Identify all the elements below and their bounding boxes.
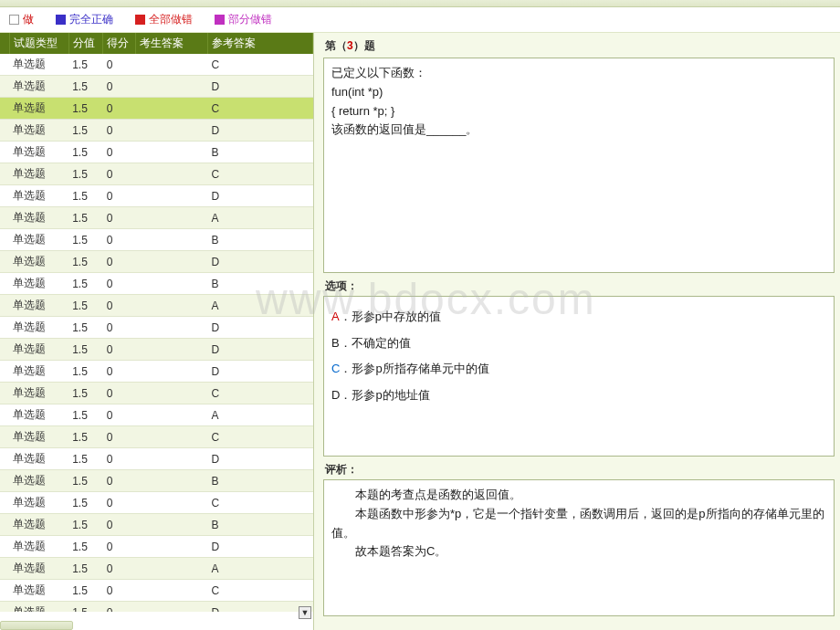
col-header[interactable]: 考生答案: [135, 33, 207, 54]
table-cell: [0, 558, 9, 580]
table-cell: 1.5: [68, 492, 103, 514]
table-cell: A: [208, 295, 313, 317]
table-row[interactable]: 单选题1.50B: [0, 470, 313, 492]
question-header-suffix: ）题: [353, 39, 375, 52]
legend-item: 全部做错: [135, 12, 193, 27]
option-line[interactable]: C．形参p所指存储单元中的值: [331, 356, 826, 383]
table-row[interactable]: 单选题1.50D: [0, 536, 313, 558]
table-row[interactable]: 单选题1.50A: [0, 404, 313, 426]
table-cell: [0, 98, 9, 120]
table-row[interactable]: 单选题1.50D: [0, 361, 313, 383]
table-cell: 单选题: [9, 163, 68, 185]
table-row[interactable]: 单选题1.50C: [0, 580, 313, 602]
table-row[interactable]: 单选题1.50A: [0, 207, 313, 229]
table-cell: 1.5: [68, 514, 103, 536]
analysis-box[interactable]: 本题的考查点是函数的返回值。本题函数中形参为*p，它是一个指针变量，函数调用后，…: [323, 479, 835, 616]
option-text: ．形参p中存放的值: [340, 310, 441, 323]
col-header[interactable]: [0, 33, 9, 54]
option-line[interactable]: A．形参p中存放的值: [331, 304, 826, 331]
table-cell: A: [208, 404, 313, 426]
table-cell: 1.5: [68, 251, 103, 273]
table-cell: 0: [103, 163, 136, 185]
table-cell: A: [208, 558, 313, 580]
table-cell: [0, 536, 9, 558]
table-row[interactable]: 单选题1.50B: [0, 273, 313, 295]
legend-text: 做: [23, 12, 34, 27]
table-cell: [0, 383, 9, 404]
table-row[interactable]: 单选题1.50D: [0, 448, 313, 470]
col-header[interactable]: 分值: [68, 33, 103, 54]
options-box[interactable]: A．形参p中存放的值B．不确定的值C．形参p所指存储单元中的值D．形参p的地址值: [323, 296, 835, 457]
table-row[interactable]: 单选题1.50D: [0, 251, 313, 273]
option-line[interactable]: B．不确定的值: [331, 331, 826, 357]
table-row[interactable]: 单选题1.50C: [0, 163, 313, 185]
question-list-panel: 试题类型分值得分考生答案参考答案 单选题1.50C单选题1.50D单选题1.50…: [0, 33, 314, 630]
table-cell: B: [208, 470, 313, 492]
dropdown-toggle-icon[interactable]: ▼: [299, 606, 311, 619]
table-cell: 1.5: [68, 142, 103, 163]
table-row[interactable]: 单选题1.50C: [0, 492, 313, 514]
option-label: B: [331, 336, 340, 350]
table-cell: [135, 339, 207, 361]
table-row[interactable]: 单选题1.50C: [0, 383, 313, 404]
table-row[interactable]: 单选题1.50D: [0, 185, 313, 207]
question-body-box[interactable]: 已定义以下函数：fun(int *p){ return *p; }该函数的返回值…: [323, 58, 835, 273]
table-cell: [0, 229, 9, 251]
table-cell: 0: [103, 404, 136, 426]
table-cell: B: [208, 273, 313, 295]
legend-swatch-icon: [135, 15, 145, 25]
table-cell: [0, 426, 9, 448]
table-cell: 1.5: [68, 120, 103, 142]
table-cell: D: [208, 339, 313, 361]
question-line: fun(int *p): [331, 83, 826, 102]
table-row[interactable]: 单选题1.50D: [0, 317, 313, 339]
table-cell: 单选题: [9, 76, 68, 98]
table-cell: 0: [103, 98, 136, 120]
option-text: ．形参p所指存储单元中的值: [340, 362, 488, 375]
table-row[interactable]: 单选题1.50D: [0, 120, 313, 142]
table-row[interactable]: 单选题1.50A: [0, 295, 313, 317]
table-cell: [135, 317, 207, 339]
table-cell: [0, 163, 9, 185]
table-cell: D: [208, 251, 313, 273]
question-line: 已定义以下函数：: [331, 64, 826, 83]
table-cell: 1.5: [68, 98, 103, 120]
question-list-scroll[interactable]: 试题类型分值得分考生答案参考答案 单选题1.50C单选题1.50D单选题1.50…: [0, 33, 313, 612]
table-cell: 1.5: [68, 339, 103, 361]
col-header[interactable]: 得分: [103, 33, 136, 54]
table-cell: 1.5: [68, 580, 103, 602]
legend-swatch-icon: [9, 15, 19, 25]
table-cell: [135, 492, 207, 514]
table-row[interactable]: 单选题1.50D: [0, 602, 313, 613]
table-cell: [135, 98, 207, 120]
table-row[interactable]: 单选题1.50B: [0, 142, 313, 163]
table-cell: 0: [103, 251, 136, 273]
table-row[interactable]: 单选题1.50D: [0, 339, 313, 361]
table-row[interactable]: 单选题1.50B: [0, 229, 313, 251]
table-cell: 单选题: [9, 448, 68, 470]
table-cell: D: [208, 185, 313, 207]
table-cell: 单选题: [9, 361, 68, 383]
table-row[interactable]: 单选题1.50A: [0, 558, 313, 580]
table-cell: [0, 251, 9, 273]
table-row[interactable]: 单选题1.50C: [0, 98, 313, 120]
table-cell: 1.5: [68, 558, 103, 580]
table-row[interactable]: 单选题1.50C: [0, 426, 313, 448]
table-cell: 单选题: [9, 185, 68, 207]
analysis-line: 本题的考查点是函数的返回值。: [331, 486, 826, 505]
table-cell: 单选题: [9, 317, 68, 339]
table-cell: 0: [103, 470, 136, 492]
option-line[interactable]: D．形参p的地址值: [331, 383, 826, 409]
taskbar-tab[interactable]: [0, 621, 73, 630]
table-row[interactable]: 单选题1.50B: [0, 514, 313, 536]
col-header[interactable]: 参考答案: [208, 33, 313, 54]
table-cell: 1.5: [68, 229, 103, 251]
col-header[interactable]: 试题类型: [9, 33, 68, 54]
table-row[interactable]: 单选题1.50D: [0, 76, 313, 98]
table-cell: 1.5: [68, 383, 103, 404]
legend-item: 做: [9, 12, 34, 27]
option-label: A: [331, 310, 340, 323]
table-cell: 1.5: [68, 536, 103, 558]
table-cell: 0: [103, 120, 136, 142]
table-row[interactable]: 单选题1.50C: [0, 54, 313, 76]
